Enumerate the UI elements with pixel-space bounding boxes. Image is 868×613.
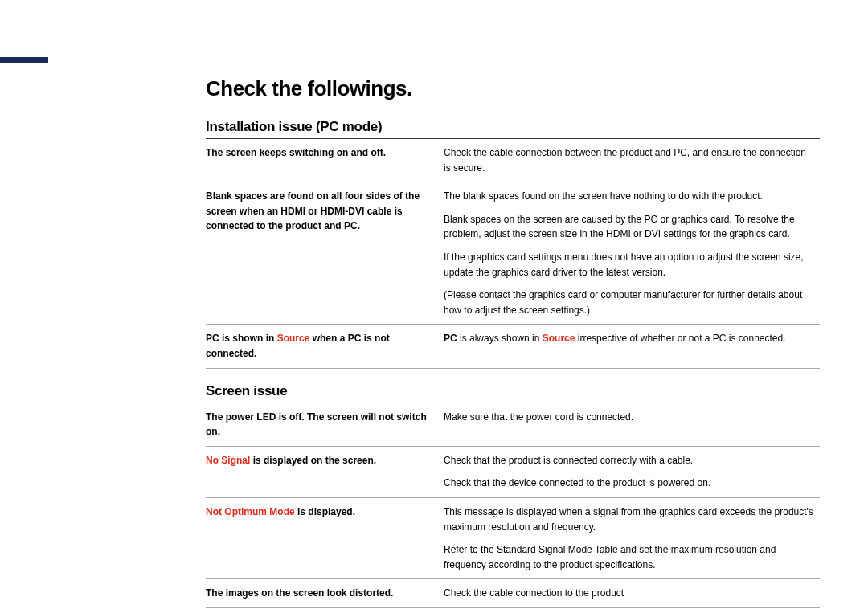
issue-cell: The screen keeps switching on and off. — [206, 139, 444, 182]
table-row: Blank spaces are found on all four sides… — [206, 182, 820, 325]
answer-paragraph: The blank spaces found on the screen hav… — [444, 189, 815, 204]
answer-cell: Check the cable connection between the p… — [444, 139, 820, 182]
issue-cell: The images on the screen look distorted. — [206, 579, 444, 608]
issue-cell: PC is shown in Source when a PC is not c… — [206, 325, 444, 368]
text-red: Source — [542, 333, 575, 344]
text-bold: PC — [444, 333, 457, 344]
issue-cell: Blank spaces are found on all four sides… — [206, 182, 444, 325]
text-plain: is always shown in — [457, 333, 542, 344]
text-plain: is displayed on the screen. — [250, 455, 376, 466]
table-row: No Signal is displayed on the screen. Ch… — [206, 446, 820, 497]
issue-cell: The power LED is off. The screen will no… — [206, 403, 444, 447]
answer-paragraph: (Please contact the graphics card or com… — [444, 288, 815, 317]
page-title: Check the followings. — [206, 76, 820, 101]
text-red: Source — [277, 333, 310, 344]
text-plain: irrespective of whether or not a PC is c… — [575, 333, 785, 344]
header-line — [48, 55, 844, 55]
text-red: No Signal — [206, 455, 250, 466]
header-accent-bar — [0, 57, 48, 63]
table-row: PC is shown in Source when a PC is not c… — [206, 325, 820, 368]
table-row: The power LED is off. The screen will no… — [206, 403, 820, 447]
answer-paragraph: Check that the device connected to the p… — [444, 476, 815, 491]
answer-cell: PC is always shown in Source irrespectiv… — [444, 325, 820, 368]
text-plain: is shown in — [219, 333, 277, 344]
section-heading-screen: Screen issue — [206, 383, 820, 399]
answer-cell: Make sure that the power cord is connect… — [444, 403, 820, 447]
issue-cell: Not Optimum Mode is displayed. — [206, 497, 444, 578]
answer-cell: Check that the product is connected corr… — [444, 446, 820, 497]
answer-cell: The blank spaces found on the screen hav… — [444, 182, 820, 325]
page-content: Check the followings. Installation issue… — [0, 0, 868, 608]
answer-paragraph: This message is displayed when a signal … — [444, 505, 815, 534]
answer-cell: Check the cable connection to the produc… — [444, 579, 820, 608]
answer-paragraph: Check that the product is connected corr… — [444, 453, 815, 468]
answer-paragraph: If the graphics card settings menu does … — [444, 250, 815, 280]
table-row: Not Optimum Mode is displayed. This mess… — [206, 497, 820, 578]
header-rule — [0, 52, 844, 59]
answer-cell: This message is displayed when a signal … — [444, 497, 820, 578]
table-row: The screen keeps switching on and off. C… — [206, 139, 820, 182]
answer-paragraph: Blank spaces on the screen are caused by… — [444, 212, 815, 242]
section-heading-installation: Installation issue (PC mode) — [206, 119, 820, 135]
table-installation: The screen keeps switching on and off. C… — [206, 139, 820, 369]
answer-paragraph: Refer to the Standard Signal Mode Table … — [444, 542, 815, 572]
text-bold: PC — [206, 333, 219, 344]
text-plain: is displayed. — [295, 506, 355, 517]
table-screen: The power LED is off. The screen will no… — [206, 403, 820, 608]
issue-cell: No Signal is displayed on the screen. — [206, 446, 444, 497]
table-row: The images on the screen look distorted.… — [206, 579, 820, 608]
text-red: Not Optimum Mode — [206, 506, 295, 517]
